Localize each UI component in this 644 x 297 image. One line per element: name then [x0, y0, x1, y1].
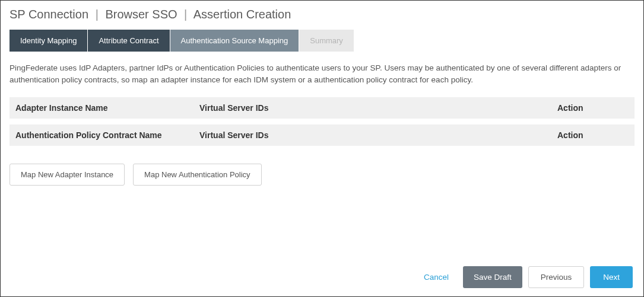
action-buttons: Map New Adapter Instance Map New Authent… — [9, 164, 635, 186]
tab-authentication-source-mapping[interactable]: Authentication Source Mapping — [170, 30, 299, 52]
adapter-table-header: Adapter Instance Name Virtual Server IDs… — [9, 97, 635, 119]
policy-table-header: Authentication Policy Contract Name Virt… — [9, 124, 635, 146]
policy-col-name: Authentication Policy Contract Name — [15, 130, 199, 140]
map-new-auth-policy-button[interactable]: Map New Authentication Policy — [133, 164, 261, 186]
adapter-col-vsid: Virtual Server IDs — [199, 103, 557, 113]
breadcrumb-separator: | — [96, 8, 99, 21]
policy-col-action: Action — [557, 130, 629, 140]
page-description: PingFederate uses IdP Adapters, partner … — [9, 62, 635, 87]
previous-button[interactable]: Previous — [528, 266, 585, 288]
save-draft-button[interactable]: Save Draft — [463, 266, 522, 288]
tab-attribute-contract[interactable]: Attribute Contract — [88, 30, 169, 52]
adapter-col-action: Action — [557, 103, 629, 113]
tab-bar: Identity Mapping Attribute Contract Auth… — [9, 30, 635, 52]
breadcrumb-part-3: Assertion Creation — [193, 8, 291, 21]
next-button[interactable]: Next — [590, 266, 633, 288]
map-new-adapter-button[interactable]: Map New Adapter Instance — [9, 164, 125, 186]
policy-col-vsid: Virtual Server IDs — [199, 130, 557, 140]
breadcrumb-part-1: SP Connection — [9, 8, 88, 21]
tab-summary: Summary — [299, 30, 354, 52]
footer-actions: Cancel Save Draft Previous Next — [415, 266, 633, 288]
adapter-col-name: Adapter Instance Name — [15, 103, 199, 113]
breadcrumb-separator: | — [184, 8, 187, 21]
breadcrumb-part-2: Browser SSO — [105, 8, 177, 21]
cancel-button[interactable]: Cancel — [415, 267, 457, 288]
tab-identity-mapping[interactable]: Identity Mapping — [9, 30, 87, 52]
breadcrumb: SP Connection | Browser SSO | Assertion … — [9, 8, 635, 21]
